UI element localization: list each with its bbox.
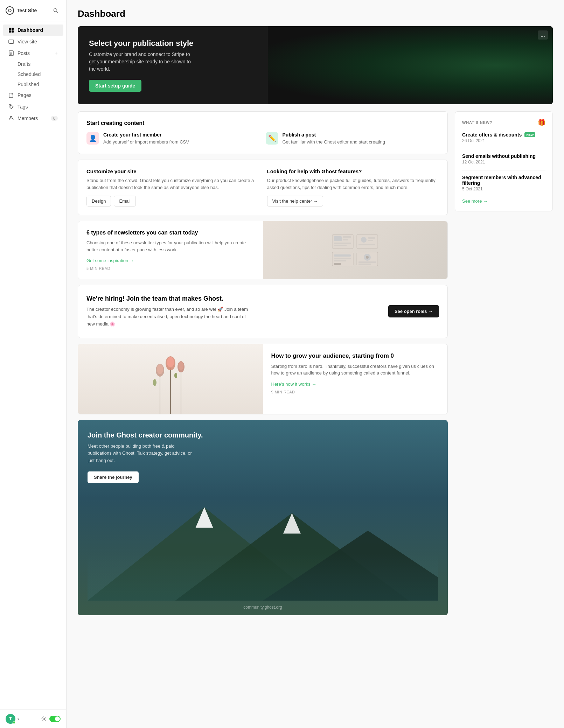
news-item-segments-date: 5 Oct 2021 — [462, 187, 545, 191]
email-button[interactable]: Email — [114, 196, 136, 206]
sidebar-nav: Dashboard View site Posts + Drafts Sched… — [0, 21, 66, 709]
news-item-segments: Segment members with advanced filtering … — [462, 175, 545, 191]
newsletter-card: 6 types of newsletters you can start tod… — [78, 221, 448, 279]
see-more-link[interactable]: See more → — [462, 198, 488, 204]
community-desc: Meet other people building both free & p… — [88, 443, 200, 464]
create-member-icon: 👤 — [86, 132, 99, 145]
svg-rect-30 — [334, 258, 351, 259]
members-count-badge: 0 — [51, 116, 58, 121]
news-item-emails-title[interactable]: Send emails without publishing — [462, 153, 536, 159]
svg-rect-6 — [12, 30, 14, 33]
news-item-emails-header: Send emails without publishing — [462, 153, 545, 159]
two-col-grid: Customize your site Stand out from the c… — [86, 168, 439, 206]
publish-post-text: Publish a post Get familiar with the Gho… — [283, 132, 385, 145]
divider-2 — [462, 170, 545, 170]
svg-rect-4 — [12, 28, 14, 30]
search-button[interactable] — [51, 6, 61, 15]
sidebar-item-scheduled[interactable]: Scheduled — [3, 69, 63, 79]
customize-section: Customize your site Stand out from the c… — [86, 168, 259, 206]
audience-link[interactable]: Here's how it works → — [271, 382, 316, 387]
hiring-title: We're hiring! Join the team that makes G… — [86, 295, 381, 302]
svg-rect-31 — [334, 260, 346, 261]
footer-icons — [41, 716, 61, 722]
setup-guide-button[interactable]: Start setup guide — [89, 80, 141, 92]
sidebar-item-pages[interactable]: Pages — [3, 90, 63, 101]
hero-content: Select your publication style Customize … — [89, 39, 542, 92]
visit-help-center-button[interactable]: Visit the help center → — [267, 196, 323, 206]
sidebar-item-published[interactable]: Published — [3, 79, 63, 89]
sidebar: Test Site Dashboard View site Posts + Dr… — [0, 0, 67, 728]
sidebar-item-tags[interactable]: Tags — [3, 101, 63, 112]
hiring-card: We're hiring! Join the team that makes G… — [78, 285, 448, 338]
svg-rect-20 — [343, 239, 348, 240]
svg-rect-26 — [368, 240, 373, 241]
whats-new-header: WHAT'S NEW? 🎁 — [462, 119, 545, 126]
svg-rect-37 — [358, 264, 371, 265]
svg-point-46 — [179, 362, 183, 370]
publish-post-title: Publish a post — [283, 132, 385, 138]
customize-help-card: Customize your site Stand out from the c… — [78, 160, 448, 215]
sidebar-footer: T ▾ — [0, 709, 66, 728]
audience-title: How to grow your audience, starting from… — [271, 352, 439, 359]
gift-icon: 🎁 — [538, 119, 545, 126]
svg-rect-23 — [357, 234, 378, 248]
help-title: Looking for help with Ghost features? — [267, 168, 439, 174]
new-badge: NEW — [524, 132, 535, 137]
svg-point-48 — [174, 373, 177, 378]
posts-label[interactable]: Posts — [8, 50, 30, 56]
see-open-roles-button[interactable]: See open roles → — [388, 305, 439, 317]
hero-card: Select your publication style Customize … — [78, 26, 553, 104]
svg-rect-32 — [334, 263, 341, 265]
newsletter-inspiration-link[interactable]: Get some inspiration → — [86, 258, 134, 263]
hero-more-button[interactable]: ... — [538, 30, 548, 40]
newsletter-read-time: 5 MIN READ — [86, 266, 255, 271]
svg-rect-25 — [368, 237, 375, 239]
content-grid: Start creating content 👤 Create your fir… — [78, 111, 553, 615]
sidebar-header: Test Site — [0, 0, 66, 21]
publish-post-desc: Get familiar with the Ghost editor and s… — [283, 139, 385, 145]
news-item-segments-title[interactable]: Segment members with advanced filtering — [462, 175, 545, 186]
hiring-desc: The creator economy is growing faster th… — [86, 306, 255, 328]
create-member-desc: Add yourself or import members from CSV — [103, 139, 189, 145]
members-label[interactable]: Members — [8, 115, 38, 121]
svg-line-2 — [57, 12, 58, 13]
create-grid: 👤 Create your first member Add yourself … — [86, 132, 439, 145]
design-button[interactable]: Design — [86, 196, 111, 206]
whats-new-card: WHAT'S NEW? 🎁 Create offers & discounts … — [455, 111, 553, 211]
sidebar-item-dashboard[interactable]: Dashboard — [3, 24, 63, 36]
svg-point-24 — [361, 237, 367, 243]
settings-button[interactable] — [41, 716, 47, 722]
svg-point-35 — [366, 256, 369, 259]
create-member-text: Create your first member Add yourself or… — [103, 132, 189, 145]
help-desc: Our product knowledgebase is packed full… — [267, 177, 439, 191]
news-item-segments-header: Segment members with advanced filtering — [462, 175, 545, 186]
user-avatar[interactable]: T ▾ — [6, 714, 19, 724]
hero-title: Select your publication style — [89, 39, 542, 48]
svg-point-16 — [43, 718, 45, 720]
right-column: WHAT'S NEW? 🎁 Create offers & discounts … — [455, 111, 553, 615]
toggle-switch[interactable] — [49, 716, 61, 722]
customize-buttons: Design Email — [86, 196, 259, 206]
share-journey-button[interactable]: Share the journey — [88, 471, 139, 483]
start-creating-title: Start creating content — [86, 120, 439, 126]
svg-point-47 — [153, 379, 156, 386]
sidebar-item-drafts[interactable]: Drafts — [3, 59, 63, 69]
svg-point-14 — [10, 106, 11, 106]
publish-post-item: ✏️ Publish a post Get familiar with the … — [266, 132, 439, 145]
news-item-offers-title[interactable]: Create offers & discounts — [462, 132, 522, 138]
sidebar-item-view-site[interactable]: View site — [3, 36, 63, 47]
main-content: Dashboard Select your publication style … — [67, 0, 564, 728]
svg-rect-29 — [334, 254, 351, 257]
create-member-title: Create your first member — [103, 132, 189, 138]
newsletter-image-placeholder — [263, 221, 448, 279]
svg-rect-3 — [9, 28, 11, 30]
community-title: Join the Ghost creator community. — [88, 431, 438, 439]
svg-point-42 — [157, 364, 163, 374]
members-nav-item: Members 0 — [3, 113, 63, 124]
news-item-emails-date: 12 Oct 2021 — [462, 160, 545, 164]
svg-rect-7 — [9, 40, 14, 43]
site-name[interactable]: Test Site — [6, 6, 37, 15]
audience-read-time: 9 MIN READ — [271, 390, 439, 394]
add-post-button[interactable]: + — [55, 50, 58, 56]
help-section: Looking for help with Ghost features? Ou… — [267, 168, 439, 206]
